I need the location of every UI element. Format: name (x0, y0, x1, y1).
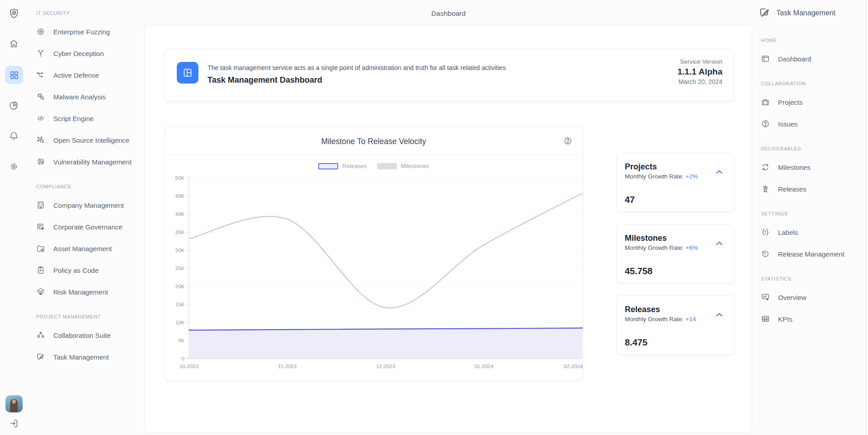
main-panel: The task management service acts as a si… (145, 25, 752, 433)
code-brackets-icon (36, 114, 45, 123)
sidebar-item-script-engine[interactable]: Script Engine (36, 108, 144, 129)
stat-growth: Monthly Growth Rate: +14 (625, 316, 726, 323)
home-icon (9, 38, 19, 49)
svg-text:35K: 35K (175, 229, 185, 235)
sidebar-item-policy-as-code[interactable]: Policy as Code (36, 259, 144, 281)
right-item-kpis[interactable]: KPIs (761, 308, 858, 330)
stat-card-projects: Projects Monthly Growth Rate: +2% 47 (616, 153, 734, 212)
pie-chart-icon (9, 100, 19, 111)
collapse-chevron-up-icon[interactable] (714, 310, 725, 319)
layers-eye-icon (36, 287, 45, 296)
stat-title: Milestones (625, 234, 726, 243)
service-version-date: March 20, 2024 (677, 78, 722, 85)
svg-text:02-2024: 02-2024 (564, 364, 583, 369)
sidebar-item-task-management[interactable]: Task Management (36, 346, 144, 368)
help-circle-icon (761, 119, 770, 128)
shield-check-icon (8, 8, 20, 19)
sidebar-item-corporate-governance[interactable]: Corporate Governance (36, 216, 144, 238)
right-sidebar: HOME Dashboard COLLABORATION Projects Is… (761, 0, 858, 330)
right-item-release-management[interactable]: Release Management (761, 243, 858, 265)
rail-home-button[interactable] (9, 38, 19, 49)
curly-braces-icon (761, 228, 770, 237)
right-item-overview[interactable]: Overview (761, 286, 858, 308)
right-item-labels[interactable]: Labels (761, 221, 858, 243)
service-description: The task management service acts as a si… (208, 64, 506, 71)
svg-text:11-2023: 11-2023 (278, 364, 297, 369)
version-box: Service Version 1.1.1 Alpha March 20, 20… (677, 58, 722, 85)
sign-out-icon (9, 418, 19, 429)
sidebar-item-enterprise-fuzzing[interactable]: Enterprise Fuzzing (36, 21, 144, 42)
sidebar-item-active-defense[interactable]: Active Defense (36, 64, 144, 86)
section-header-home: HOME (761, 37, 858, 43)
sidebar-item-cyber-deception[interactable]: Cyber Deception (36, 42, 144, 64)
section-header-compliance: COMPLIANCE (36, 183, 144, 190)
collapse-chevron-up-icon[interactable] (714, 168, 725, 177)
bell-icon (9, 131, 19, 141)
growth-value: +6% (685, 244, 698, 251)
collapse-chevron-up-icon[interactable] (714, 239, 725, 248)
history-clock-icon (761, 249, 770, 258)
stat-value: 45.758 (625, 266, 726, 276)
sidebar-item-risk-management[interactable]: Risk Management (36, 281, 144, 303)
svg-text:30K: 30K (175, 248, 185, 253)
breadcrumb: Dashboard (145, 9, 752, 18)
sidebar-item-malware-analysis[interactable]: Malware Analysis (36, 86, 144, 108)
svg-text:20K: 20K (175, 284, 185, 289)
section-header-deliverables: DELIVERABLES (761, 145, 858, 152)
rail-settings-button[interactable] (9, 161, 19, 172)
section-header-project-management: PROJECT MANAGEMENT (36, 313, 144, 320)
growth-value: +14 (685, 316, 696, 323)
left-sidebar: IT SECURITY Enterprise Fuzzing Cyber Dec… (36, 0, 144, 368)
svg-text:15K: 15K (175, 302, 185, 307)
folder-icon (36, 244, 45, 253)
target-scan-icon (36, 27, 45, 36)
gear-icon (9, 161, 19, 172)
service-version-label: Service Version (677, 58, 722, 65)
velocity-chart-card: Milestone To Release Velocity Releases M… (165, 126, 583, 380)
svg-text:01-2024: 01-2024 (474, 364, 494, 369)
sidebar-item-company-management[interactable]: Company Management (36, 194, 144, 216)
window-layout-icon (761, 54, 770, 63)
svg-text:50K: 50K (175, 175, 185, 181)
clipboard-arrow-icon (36, 266, 45, 275)
scrollbar-track[interactable] (866, 0, 866, 435)
right-item-issues[interactable]: Issues (761, 113, 858, 135)
app-logo[interactable] (8, 8, 20, 19)
sidebar-item-asset-management[interactable]: Asset Management (36, 238, 144, 259)
sign-out-button[interactable] (9, 418, 19, 429)
network-search-icon (36, 136, 45, 145)
board-edit-icon (36, 352, 45, 361)
svg-text:25K: 25K (175, 266, 185, 271)
rail-notifications-button[interactable] (9, 131, 19, 141)
right-item-milestones[interactable]: Milestones (761, 156, 858, 178)
user-avatar[interactable] (5, 395, 23, 412)
svg-text:0: 0 (182, 356, 184, 361)
page: IT SECURITY Enterprise Fuzzing Cyber Dec… (0, 0, 868, 435)
section-header-statistics: STATISTICS (761, 276, 858, 282)
icon-rail (0, 0, 28, 435)
right-item-projects[interactable]: Projects (761, 91, 858, 113)
flow-arrows-icon (36, 70, 45, 80)
right-item-dashboard[interactable]: Dashboard (761, 48, 858, 70)
stat-card-releases: Releases Monthly Growth Rate: +14 8.475 (616, 295, 734, 355)
dashboard-layout-icon (177, 62, 198, 84)
sidebar-item-vulnerability-management[interactable]: Vulnerability Management (36, 151, 144, 173)
rail-apps-button-active[interactable] (5, 66, 23, 84)
velocity-line-chart: 05K10K15K20K25K30K35K40K45K50K10-202311-… (165, 127, 583, 381)
document-gear-icon (36, 222, 45, 231)
section-header-settings: SETTINGS (761, 210, 858, 217)
sidebar-item-collaboration-suite[interactable]: Collaboration Suite (36, 324, 144, 346)
branch-split-icon (36, 49, 45, 58)
office-building-icon (36, 201, 45, 210)
stat-value: 8.475 (625, 337, 726, 348)
section-header-collaboration: COLLABORATION (761, 80, 858, 87)
sidebar-item-open-source-intelligence[interactable]: Open Source Intelligence (36, 129, 144, 151)
rail-analytics-button[interactable] (9, 100, 19, 111)
svg-text:12-2023: 12-2023 (376, 364, 395, 369)
stat-title: Releases (625, 305, 726, 314)
right-item-releases[interactable]: Releases (761, 178, 858, 200)
presentation-chart-icon (761, 293, 770, 302)
stat-growth: Monthly Growth Rate: +6% (625, 244, 726, 251)
service-info-card: The task management service acts as a si… (165, 49, 734, 101)
svg-text:10K: 10K (175, 320, 185, 325)
